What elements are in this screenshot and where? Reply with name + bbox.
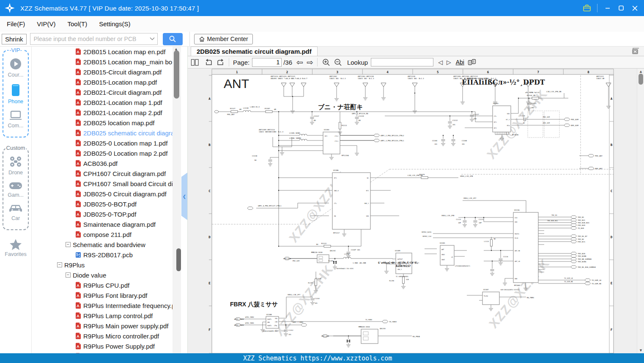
schematic-label: GND_2 xyxy=(397,269,402,270)
schematic-label: C1111 xyxy=(531,102,537,104)
page-label: Page: xyxy=(233,59,249,66)
tree-item[interactable]: AR9Plus Font library.pdf xyxy=(32,290,173,300)
sidebar-item-car[interactable]: Car xyxy=(8,204,23,221)
close-document-icon[interactable] xyxy=(632,48,640,56)
scroll-down-icon[interactable]: ▼ xyxy=(639,348,643,352)
tree-item[interactable]: A2DB025-0 Location map 1.pdf xyxy=(32,138,173,148)
document-tab[interactable]: 2DB025 schematic circuit diagram.pdf xyxy=(191,47,318,56)
menu-item-vip[interactable]: VIP(V) xyxy=(37,20,55,28)
minimize-button[interactable] xyxy=(602,2,614,14)
tree-item[interactable]: AR9Plus CPU.pdf xyxy=(32,280,173,290)
sidebar-item-game[interactable]: Gam... xyxy=(8,181,24,198)
sidebar-item-computer[interactable]: Com... xyxy=(8,110,24,129)
tree-item-label: R9Plus Lamp control.pdf xyxy=(83,312,153,319)
tree-collapse-icon[interactable]: − xyxy=(66,242,71,247)
model-search-input[interactable] xyxy=(30,36,145,42)
match-case-button[interactable]: Abi xyxy=(456,59,464,66)
tree-item[interactable]: A2DB015 Location map en.pdf xyxy=(32,47,173,57)
zoom-in-icon[interactable] xyxy=(322,58,330,66)
tree-item[interactable]: AR9Plus Intermediate frequency.p xyxy=(32,300,173,311)
file-tree-panel: A2DB015 Location map en.pdfA2DB015 Locat… xyxy=(32,47,188,353)
menu-item-file[interactable]: File(F) xyxy=(7,20,25,28)
close-button[interactable] xyxy=(629,2,641,14)
menu-item-tool[interactable]: Tool(T) xyxy=(68,20,88,28)
lookup-input[interactable] xyxy=(371,58,433,66)
tree-item[interactable]: A2DB021-Location map 1.pdf xyxy=(32,97,173,107)
tree-item[interactable]: AR9Plus Lamp control.pdf xyxy=(32,311,173,321)
tree-item[interactable]: A2DB021-Location map 2.pdf xyxy=(32,107,173,118)
chevron-down-icon[interactable] xyxy=(150,37,155,41)
sidebar-item-phone[interactable]: Phone xyxy=(8,83,23,104)
sidebar-item-course[interactable]: Cour... xyxy=(8,58,24,78)
tree-item[interactable]: AR9Plus Micro controller.pdf xyxy=(32,331,173,341)
net-connector-hexagon xyxy=(571,238,577,240)
schematic-label: U1101 xyxy=(440,242,445,244)
tree-item[interactable]: ACPH1607 Circuit diagram.pdf xyxy=(32,168,173,179)
schematic-label: AN1091 1N021 ^=0A,0-0NH.7=0A,O B=0.7 xyxy=(271,77,307,80)
tree-item[interactable]: ACPH1607 Small board Circuit di xyxy=(32,179,173,189)
pdf-scrollbar-thumb[interactable] xyxy=(639,74,643,85)
page-number-input[interactable] xyxy=(252,58,282,67)
sidebar-item-favorites[interactable]: Favorites xyxy=(0,239,31,257)
pdf-scrollbar[interactable]: ▲ ▼ xyxy=(637,69,644,353)
tree-item[interactable]: R9S-2DB017.pcb xyxy=(32,250,173,260)
tree-item[interactable]: AJDB025-0 Circuit diagram.pdf xyxy=(32,189,173,199)
zoom-out-icon[interactable] xyxy=(334,58,342,66)
rotate-left-icon[interactable] xyxy=(204,58,213,66)
tree-item[interactable]: AACB036.pdf xyxy=(32,158,173,168)
tree-item[interactable]: AR9Plus Power Supply.pdf xyxy=(32,341,173,351)
schematic-label: FRX_B39 xyxy=(578,224,585,226)
scroll-up-icon[interactable]: ▲ xyxy=(639,69,643,74)
two-page-view-icon[interactable] xyxy=(191,59,199,66)
schematic-label: U1106 xyxy=(333,169,339,171)
find-previous-icon[interactable]: ◁ xyxy=(438,59,443,66)
schematic-label: 10P xyxy=(479,222,482,224)
member-center-button[interactable]: Member Center xyxy=(194,34,253,44)
tree-node[interactable]: −Schematic and boardview xyxy=(32,239,173,250)
svg-text:A: A xyxy=(77,294,79,298)
previous-page-icon[interactable]: ⇦ xyxy=(296,58,303,66)
tree-scrollbar-thumb-outer[interactable] xyxy=(176,248,181,271)
play-circle-icon xyxy=(9,58,22,70)
tree-scrollbar[interactable]: ▲ xyxy=(173,47,181,353)
sidebar-item-drone[interactable]: Drone xyxy=(8,155,23,176)
panel-collapse-handle[interactable]: ❮ xyxy=(181,173,187,220)
tree-item-label: JDB025-0 Circuit diagram.pdf xyxy=(83,190,167,198)
tree-item[interactable]: AJDB025-0-TOP.pdf xyxy=(32,209,173,219)
tree-node[interactable]: −R9Plus xyxy=(32,260,173,270)
maximize-button[interactable] xyxy=(615,2,627,14)
search-button[interactable] xyxy=(163,33,183,45)
schematic-label: GRFC_A_PRX_RF1117_CTRL1 xyxy=(258,205,282,207)
pdf-file-icon: A xyxy=(75,343,81,349)
next-page-icon[interactable]: ⇨ xyxy=(307,58,313,66)
tree-item[interactable]: AR9Plus Main power supply.pdf xyxy=(32,321,173,331)
tree-item[interactable]: ASmaintenace diagram.pdf xyxy=(32,219,173,229)
tree-item[interactable]: A2DB015 Location map_main bo xyxy=(32,57,173,67)
svg-text:A: A xyxy=(77,60,79,64)
tree-item[interactable]: A2DB015-Location map.pdf xyxy=(32,77,173,87)
tree-item[interactable]: A2DB025-0 Location map 2.pdf xyxy=(32,148,173,158)
vip-badge-icon[interactable] xyxy=(581,2,593,14)
tree-item[interactable]: Acompose 211.pdf xyxy=(32,229,173,239)
tree-collapse-icon[interactable]: − xyxy=(57,262,62,267)
pdf-canvas[interactable]: XZZ@XZZHKXZZ@XZZHKXZZ@XZZHKXZZ@XZZHK xyxy=(188,69,637,353)
tree-collapse-icon[interactable]: − xyxy=(66,272,71,278)
tree-item[interactable]: A2DB021-Circuit diagram.pdf xyxy=(32,87,173,97)
tree-item[interactable]: AJDB025-0-BOT.pdf xyxy=(32,199,173,209)
shrink-button[interactable]: Shrink xyxy=(2,34,27,44)
tree-item-label: 2DB025 location map.pdf xyxy=(83,119,154,126)
tree-item[interactable]: A2DB025 schematic circuit diagra xyxy=(32,128,173,138)
schematic-label: U1109 xyxy=(395,250,400,252)
tree-item[interactable]: A2DB015-Circuit diagram.pdf xyxy=(32,67,173,77)
rotate-right-icon[interactable] xyxy=(216,58,225,66)
pdf-file-icon: A xyxy=(75,170,81,177)
tree-item-label: 2DB025-0 Location map 1.pdf xyxy=(83,140,167,147)
menu-item-settings[interactable]: Settings(S) xyxy=(99,20,130,28)
svg-text:A: A xyxy=(77,212,79,217)
tree-scrollbar-thumb[interactable] xyxy=(174,50,179,99)
schematic-label: TC-80M221M4R1 xyxy=(396,275,408,278)
tree-node[interactable]: −Diode value xyxy=(32,270,173,280)
highlight-all-icon[interactable] xyxy=(468,59,477,66)
tree-item[interactable]: A2DB025 location map.pdf xyxy=(32,118,173,128)
find-next-icon[interactable]: ▷ xyxy=(447,59,451,66)
